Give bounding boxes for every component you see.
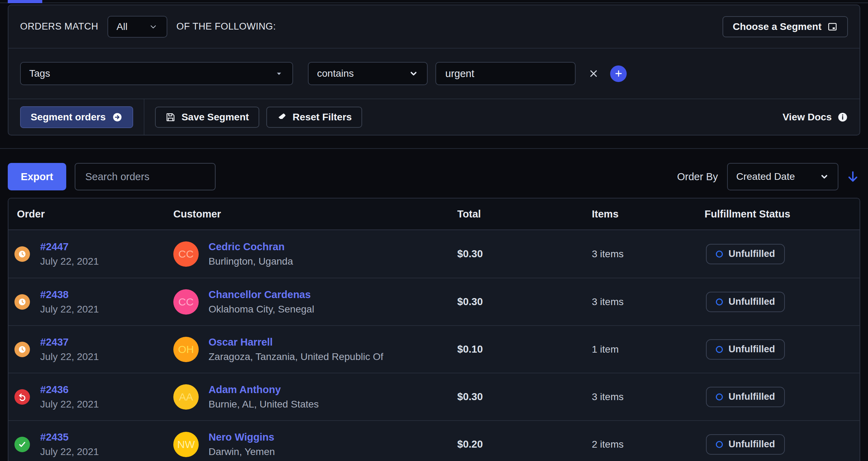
segment-filter-panel: ORDERS MATCH All OF THE FOLLOWING: Choos… — [8, 5, 860, 135]
column-header-customer: Customer — [173, 208, 457, 220]
match-row: ORDERS MATCH All OF THE FOLLOWING: Choos… — [8, 5, 860, 48]
table-row[interactable]: #2436 July 22, 2021 AA Adam Anthony Burn… — [8, 373, 860, 420]
order-by-select[interactable]: Created Date — [727, 163, 838, 190]
export-button[interactable]: Export — [8, 163, 66, 190]
reset-filters-label: Reset Filters — [293, 112, 352, 123]
order-total: $0.10 — [457, 343, 592, 355]
fulfillment-status-text: Unfulfilled — [728, 439, 775, 450]
table-header: Order Customer Total Items Fulfillment S… — [8, 198, 860, 230]
filter-value-input[interactable] — [435, 62, 576, 85]
search-input[interactable] — [75, 163, 216, 190]
customer-cell: CC Cedric Cochran Burlington, Uganda — [173, 241, 457, 267]
save-segment-button[interactable]: Save Segment — [155, 107, 259, 128]
order-total: $0.30 — [457, 296, 592, 308]
check-status-icon — [14, 437, 30, 452]
order-total: $0.30 — [457, 248, 592, 260]
choose-segment-label: Choose a Segment — [733, 21, 822, 32]
column-header-fulfillment: Fulfillment Status — [705, 208, 860, 220]
fulfillment-cell: Unfulfilled — [705, 434, 860, 455]
order-cell: #2435 July 22, 2021 — [8, 431, 173, 457]
clock-status-icon — [14, 246, 30, 262]
customer-location: Burnie, AL, United States — [209, 399, 319, 410]
order-date: July 22, 2021 — [40, 399, 99, 410]
match-mode-select[interactable]: All — [107, 16, 167, 38]
clock-status-icon — [14, 342, 30, 357]
customer-name-link[interactable]: Chancellor Cardenas — [209, 289, 314, 301]
order-cell: #2447 July 22, 2021 — [8, 241, 173, 267]
order-by-group: Order By Created Date — [677, 163, 860, 190]
order-items-count: 3 items — [592, 248, 705, 260]
reset-filters-button[interactable]: Reset Filters — [266, 107, 362, 128]
info-icon — [837, 112, 848, 122]
unfulfilled-ring-icon — [716, 393, 723, 400]
order-items-count: 2 items — [592, 439, 705, 450]
fulfillment-status-text: Unfulfilled — [728, 296, 775, 307]
fulfillment-status-badge: Unfulfilled — [706, 387, 785, 407]
order-date: July 22, 2021 — [40, 304, 99, 315]
column-header-items: Items — [592, 208, 705, 220]
triangle-down-icon — [274, 69, 284, 78]
unfulfilled-ring-icon — [716, 441, 723, 448]
sort-direction-arrow-icon[interactable] — [845, 169, 860, 184]
order-date: July 22, 2021 — [40, 256, 99, 267]
filter-field-value: Tags — [29, 68, 50, 79]
order-number-link[interactable]: #2447 — [40, 241, 99, 253]
customer-location: Oklahoma City, Senegal — [209, 304, 314, 315]
table-row[interactable]: #2435 July 22, 2021 NW Nero Wiggins Darw… — [8, 420, 860, 461]
plus-icon — [614, 69, 624, 78]
avatar: OH — [173, 337, 199, 362]
customer-name-link[interactable]: Cedric Cochran — [209, 241, 293, 253]
column-header-total: Total — [457, 208, 592, 220]
customer-location: Burlington, Uganda — [209, 256, 293, 267]
table-row[interactable]: #2438 July 22, 2021 CC Chancellor Carden… — [8, 278, 860, 325]
chevron-down-bold-icon — [819, 172, 829, 182]
customer-name-link[interactable]: Adam Anthony — [209, 384, 319, 396]
filter-rule-row: Tags contains — [8, 48, 860, 99]
fulfillment-status-badge: Unfulfilled — [706, 339, 785, 360]
order-number-link[interactable]: #2436 — [40, 384, 99, 396]
order-number-link[interactable]: #2437 — [40, 336, 99, 348]
customer-name-link[interactable]: Oscar Harrell — [209, 336, 383, 348]
order-total: $0.20 — [457, 438, 592, 450]
orders-table-body: #2447 July 22, 2021 CC Cedric Cochran Bu… — [8, 230, 860, 461]
fulfillment-status-badge: Unfulfilled — [706, 244, 785, 264]
orders-match-label: ORDERS MATCH — [20, 21, 98, 32]
clock-status-icon — [14, 294, 30, 310]
order-items-count: 3 items — [592, 296, 705, 308]
choose-segment-button[interactable]: Choose a Segment — [723, 16, 848, 37]
order-by-label: Order By — [677, 171, 718, 183]
fulfillment-status-text: Unfulfilled — [728, 344, 775, 355]
order-by-value: Created Date — [736, 171, 795, 182]
save-icon — [165, 112, 176, 122]
top-tab-strip — [0, 0, 868, 3]
order-cell: #2438 July 22, 2021 — [8, 289, 173, 315]
filter-field-select[interactable]: Tags — [20, 62, 293, 85]
arrow-right-circle-icon — [112, 112, 123, 122]
remove-filter-icon[interactable] — [588, 68, 600, 80]
order-number-link[interactable]: #2435 — [40, 431, 99, 443]
undo-status-icon — [14, 389, 30, 405]
customer-cell: CC Chancellor Cardenas Oklahoma City, Se… — [173, 289, 457, 315]
segment-orders-label: Segment orders — [31, 112, 106, 123]
view-docs-link[interactable]: View Docs — [782, 112, 848, 123]
table-row[interactable]: #2447 July 22, 2021 CC Cedric Cochran Bu… — [8, 230, 860, 278]
add-filter-button[interactable] — [610, 65, 627, 82]
order-date: July 22, 2021 — [40, 351, 99, 362]
fulfillment-status-badge: Unfulfilled — [706, 434, 785, 455]
segment-orders-button[interactable]: Segment orders — [20, 106, 133, 128]
fulfillment-status-text: Unfulfilled — [728, 248, 775, 259]
match-mode-value: All — [117, 21, 128, 32]
customer-name-link[interactable]: Nero Wiggins — [209, 431, 275, 443]
section-divider — [0, 148, 868, 149]
order-number-link[interactable]: #2438 — [40, 289, 99, 301]
filter-operator-select[interactable]: contains — [308, 62, 428, 85]
customer-location: Darwin, Yemen — [209, 446, 275, 457]
order-date: July 22, 2021 — [40, 446, 99, 457]
save-segment-label: Save Segment — [181, 112, 249, 123]
order-cell: #2436 July 22, 2021 — [8, 384, 173, 410]
avatar: AA — [173, 384, 199, 410]
of-the-following-label: OF THE FOLLOWING: — [176, 21, 276, 32]
active-tab-indicator[interactable] — [8, 0, 42, 3]
filter-operator-value: contains — [317, 68, 354, 79]
table-row[interactable]: #2437 July 22, 2021 OH Oscar Harrell Zar… — [8, 325, 860, 373]
